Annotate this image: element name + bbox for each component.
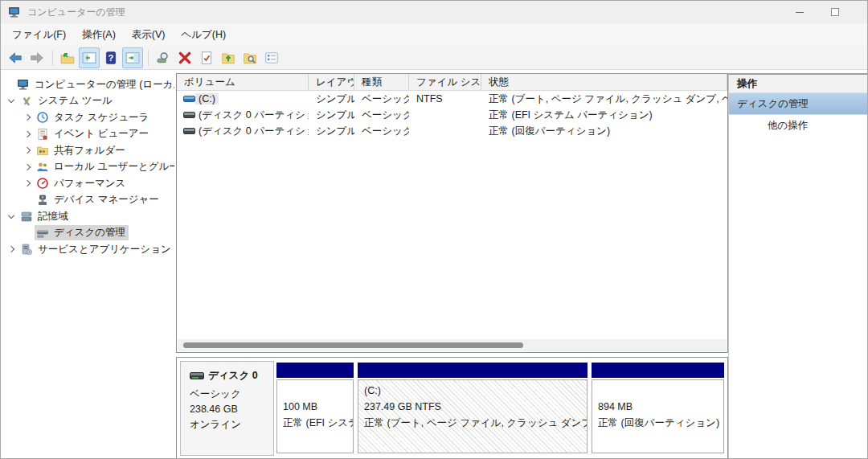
disk-management-icon xyxy=(36,227,49,240)
menu-view[interactable]: 表示(V) xyxy=(124,25,174,45)
actions-pane-title: 操作 xyxy=(729,75,868,93)
horizontal-scrollbar[interactable] xyxy=(178,339,727,351)
volume-row-c[interactable]: (C:) シンプル ベーシック NTFS 正常 (ブート, ページ ファイル, … xyxy=(177,91,727,107)
tree-item-label: イベント ビューアー xyxy=(54,127,149,141)
view-disk-button[interactable] xyxy=(153,47,174,68)
services-icon xyxy=(20,243,33,256)
tree-item-system-tools[interactable]: システム ツール xyxy=(1,93,174,110)
disk-type: ベーシック xyxy=(190,387,273,402)
tree-item-device-manager[interactable]: デバイス マネージャー xyxy=(1,192,174,209)
mark-partition-button[interactable] xyxy=(196,47,217,68)
tree-item-computer-management[interactable]: コンピューターの管理 (ローカル) xyxy=(1,76,174,93)
partition-recovery[interactable]: 894 MB 正常 (回復パーティション) xyxy=(592,363,724,456)
tree-item-task-scheduler[interactable]: タスク スケジューラ xyxy=(1,109,174,126)
tree-item-shared-folders[interactable]: 共有フォルダー xyxy=(1,142,174,159)
menu-file[interactable]: ファイル(F) xyxy=(4,25,74,45)
disk-graphical-view: ディスク 0 ベーシック 238.46 GB オンライン 100 MB 正常 (… xyxy=(176,357,728,459)
tree-item-services-applications[interactable]: サービスとアプリケーション xyxy=(1,241,174,258)
actions-pane: 操作 ディスクの管理 他の操作 xyxy=(728,73,868,459)
column-header-status[interactable]: 状態 xyxy=(481,74,727,90)
disk-name: ディスク 0 xyxy=(208,369,258,383)
partition-status: 正常 (ブート, ページ ファイル, クラッシュ ダンプ, ベーシック データ … xyxy=(364,415,581,431)
help-button[interactable]: ? xyxy=(100,47,121,68)
partition-title xyxy=(598,383,718,399)
chevron-right-icon[interactable] xyxy=(24,131,31,137)
menu-action[interactable]: 操作(A) xyxy=(74,25,124,45)
chevron-right-icon[interactable] xyxy=(24,147,31,154)
action-pane-toggle-button[interactable] xyxy=(122,47,143,68)
console-tree-toggle-button[interactable] xyxy=(79,47,100,68)
partition-status: 正常 (EFI システム パーティション) xyxy=(283,415,347,431)
performance-icon xyxy=(36,177,49,190)
tree-item-event-viewer[interactable]: イベント ビューアー xyxy=(1,126,174,143)
computer-management-window: コンピューターの管理 ファイル(F) 操作(A) 表示(V) ヘルプ(H) ? xyxy=(0,0,868,459)
volume-layout: シンプル xyxy=(309,91,354,107)
folder-explore-button[interactable] xyxy=(240,47,260,68)
volume-filesystem: NTFS xyxy=(409,91,481,107)
disk0-header[interactable]: ディスク 0 ベーシック 238.46 GB オンライン xyxy=(180,361,274,456)
delete-volume-button[interactable] xyxy=(174,47,195,68)
tree-item-label: 共有フォルダー xyxy=(54,144,125,158)
maximize-icon xyxy=(831,8,839,16)
svg-text:?: ? xyxy=(108,52,114,62)
tree-item-label: サービスとアプリケーション xyxy=(38,243,171,256)
volume-name: (ディスク 0 パーティション 4) xyxy=(195,125,309,138)
tree-item-storage[interactable]: 記憶域 xyxy=(1,208,174,225)
volume-disk-icon xyxy=(183,96,195,102)
tree-item-local-users-groups[interactable]: ローカル ユーザーとグループ xyxy=(1,159,174,176)
toolbar-separator xyxy=(148,50,149,66)
volume-status: 正常 (ブート, ページ ファイル, クラッシュ ダンプ, ベーシック データ … xyxy=(481,91,727,107)
scrollbar-thumb[interactable] xyxy=(183,342,523,348)
minimize-icon xyxy=(796,12,804,13)
chevron-right-icon[interactable] xyxy=(24,114,31,121)
partition-size: 894 MB xyxy=(598,399,718,415)
chevron-right-icon[interactable] xyxy=(8,246,14,252)
action-item-disk-management[interactable]: ディスクの管理 xyxy=(729,93,868,115)
chevron-right-icon[interactable] xyxy=(24,164,31,170)
volume-row-partition4[interactable]: (ディスク 0 パーティション 4) シンプル ベーシック 正常 (回復パーティ… xyxy=(177,123,727,139)
folder-up-button[interactable] xyxy=(218,47,239,68)
partition-status: 正常 (回復パーティション) xyxy=(598,415,718,431)
device-manager-icon xyxy=(36,194,49,207)
partition-c[interactable]: (C:) 237.49 GB NTFS 正常 (ブート, ページ ファイル, ク… xyxy=(358,363,588,456)
partition-color-bar xyxy=(358,363,588,378)
partition-efi[interactable]: 100 MB 正常 (EFI システム パーティション) xyxy=(276,363,354,456)
tree-item-performance[interactable]: パフォーマンス xyxy=(1,175,174,192)
toolbar-separator xyxy=(52,50,53,66)
volume-row-partition1[interactable]: (ディスク 0 パーティション 1) シンプル ベーシック 正常 (EFI シス… xyxy=(177,107,727,123)
chevron-down-icon[interactable] xyxy=(8,212,14,219)
tree-item-label: デバイス マネージャー xyxy=(54,193,159,207)
column-header-layout[interactable]: レイアウト xyxy=(309,74,354,90)
disk-size: 238.46 GB xyxy=(190,402,273,417)
back-button[interactable] xyxy=(5,47,26,68)
disk-icon xyxy=(190,372,204,379)
column-header-volume[interactable]: ボリューム xyxy=(177,74,309,90)
column-header-filesystem[interactable]: ファイル システム xyxy=(409,74,481,90)
volume-disk-icon xyxy=(183,112,195,118)
chevron-right-icon[interactable] xyxy=(24,180,31,186)
tree-item-label: ローカル ユーザーとグループ xyxy=(54,160,174,174)
local-users-icon xyxy=(36,161,49,174)
title-bar: コンピューターの管理 xyxy=(1,1,867,23)
column-header-type[interactable]: 種類 xyxy=(354,74,409,90)
storage-icon xyxy=(20,210,33,223)
properties-button[interactable] xyxy=(261,47,282,68)
toolbar: ? xyxy=(1,46,867,70)
minimize-button[interactable] xyxy=(782,1,817,23)
volume-disk-icon xyxy=(183,128,195,134)
volume-layout: シンプル xyxy=(309,107,354,123)
volume-filesystem xyxy=(409,123,481,139)
tree-item-label: パフォーマンス xyxy=(54,177,125,191)
tree-item-label: 記憶域 xyxy=(38,210,68,223)
tree-item-disk-management[interactable]: ディスクの管理 xyxy=(1,225,174,242)
up-level-folder-icon xyxy=(60,51,75,65)
action-item-more-actions[interactable]: 他の操作 xyxy=(729,115,868,136)
maximize-button[interactable] xyxy=(817,1,853,23)
forward-button[interactable] xyxy=(27,47,47,68)
up-level-button[interactable] xyxy=(57,47,78,68)
app-icon xyxy=(8,6,21,18)
back-icon xyxy=(8,51,23,65)
chevron-down-icon[interactable] xyxy=(8,96,14,103)
menu-help[interactable]: ヘルプ(H) xyxy=(173,25,234,45)
menu-bar: ファイル(F) 操作(A) 表示(V) ヘルプ(H) xyxy=(1,23,867,46)
